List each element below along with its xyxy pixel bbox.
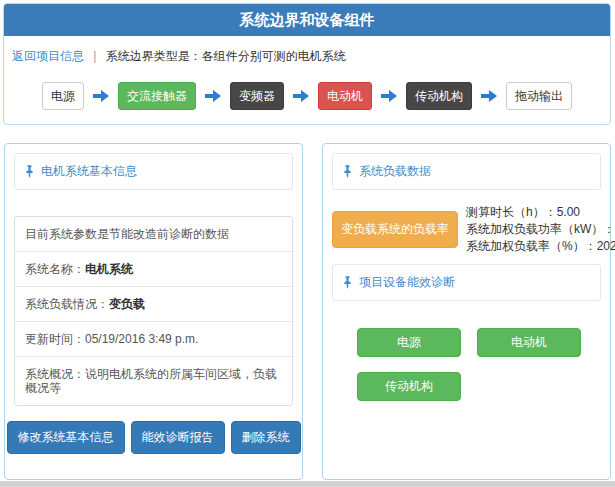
flow-step-transmission[interactable]: 传动机构	[406, 82, 472, 110]
diagnose-power-button[interactable]: 电源	[357, 328, 461, 357]
stat-weighted-load-rate: 系统加权负载率（%）：202.00	[466, 238, 615, 255]
boundary-type-text: 系统边界类型是：各组件分别可测的电机系统	[106, 49, 346, 63]
equipment-diagnosis-header: 项目设备能效诊断	[332, 264, 601, 301]
motor-system-info-panel: 电机系统基本信息 目前系统参数是节能改造前诊断的数据 系统名称：电机系统 系统负…	[4, 143, 303, 480]
flow-arrow-icon	[93, 90, 109, 102]
info-row-system-name: 系统名称：电机系统	[15, 252, 292, 287]
stat-weighted-load-power: 系统加权负载功率（kW）：136.00	[466, 221, 615, 238]
efficiency-report-button[interactable]: 能效诊断报告	[131, 421, 225, 454]
system-info-list: 目前系统参数是节能改造前诊断的数据 系统名称：电机系统 系统负载情况：变负载 更…	[14, 216, 293, 406]
back-to-project-link[interactable]: 返回项目信息	[12, 49, 84, 63]
motor-system-info-title: 电机系统基本信息	[41, 163, 137, 180]
diagnose-transmission-button[interactable]: 传动机构	[357, 372, 461, 401]
diagnose-motor-button[interactable]: 电动机	[477, 328, 581, 357]
equipment-diagnosis-title: 项目设备能效诊断	[359, 274, 455, 291]
edit-system-info-button[interactable]: 修改系统基本信息	[7, 421, 125, 454]
system-load-title: 系统负载数据	[359, 163, 431, 180]
left-panel-actions: 修改系统基本信息 能效诊断报告 删除系统	[5, 421, 302, 454]
flow-arrow-icon	[381, 90, 397, 102]
load-rate-row: 变负载系统的负载率 测算时长（h）：5.00 系统加权负载功率（kW）：136.…	[332, 202, 604, 255]
info-row-overview: 系统概况：说明电机系统的所属车间区域，负载概况等	[15, 357, 292, 405]
system-load-panel: 系统负载数据 变负载系统的负载率 测算时长（h）：5.00 系统加权负载功率（k…	[322, 143, 611, 480]
flow-step-ac-contactor[interactable]: 交流接触器	[118, 82, 196, 110]
delete-system-button[interactable]: 删除系统	[231, 421, 301, 454]
motor-system-info-header: 电机系统基本信息	[14, 153, 293, 190]
system-boundary-panel: 系统边界和设备组件 返回项目信息 | 系统边界类型是：各组件分别可测的电机系统 …	[3, 3, 611, 125]
flow-step-power[interactable]: 电源	[42, 82, 84, 110]
breadcrumb: 返回项目信息 | 系统边界类型是：各组件分别可测的电机系统	[4, 36, 610, 65]
load-stats: 测算时长（h）：5.00 系统加权负载功率（kW）：136.00 系统加权负载率…	[466, 202, 615, 255]
variable-load-rate-button[interactable]: 变负载系统的负载率	[332, 211, 458, 248]
flow-step-motor[interactable]: 电动机	[318, 82, 372, 110]
flow-arrow-icon	[293, 90, 309, 102]
pushpin-icon	[24, 165, 35, 178]
system-load-header: 系统负载数据	[332, 153, 601, 190]
component-flow-diagram: 电源 交流接触器 变频器 电动机 传动机构 拖动输出	[4, 82, 610, 110]
flow-step-drag-output[interactable]: 拖动输出	[506, 82, 572, 110]
pushpin-icon	[342, 165, 353, 178]
flow-arrow-icon	[205, 90, 221, 102]
info-row-update-time: 更新时间：05/19/2016 3:49 p.m.	[15, 322, 292, 357]
info-row-note: 目前系统参数是节能改造前诊断的数据	[15, 217, 292, 252]
flow-step-inverter[interactable]: 变频器	[230, 82, 284, 110]
page-title: 系统边界和设备组件	[4, 4, 610, 36]
diagnosis-buttons: 电源 电动机 传动机构	[357, 328, 590, 401]
stat-duration: 测算时长（h）：5.00	[466, 204, 615, 221]
flow-arrow-icon	[481, 90, 497, 102]
breadcrumb-separator: |	[93, 49, 96, 63]
info-row-load-condition: 系统负载情况：变负载	[15, 287, 292, 322]
pushpin-icon	[342, 276, 353, 289]
page-bottom-strip	[0, 481, 615, 487]
